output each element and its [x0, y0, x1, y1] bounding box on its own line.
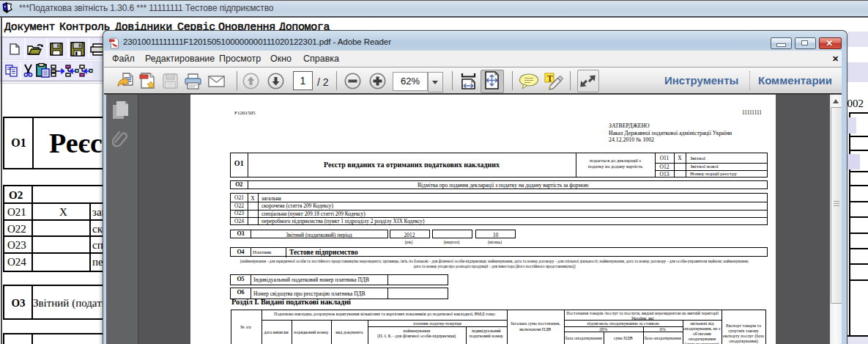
svg-text:T: T: [547, 73, 553, 84]
